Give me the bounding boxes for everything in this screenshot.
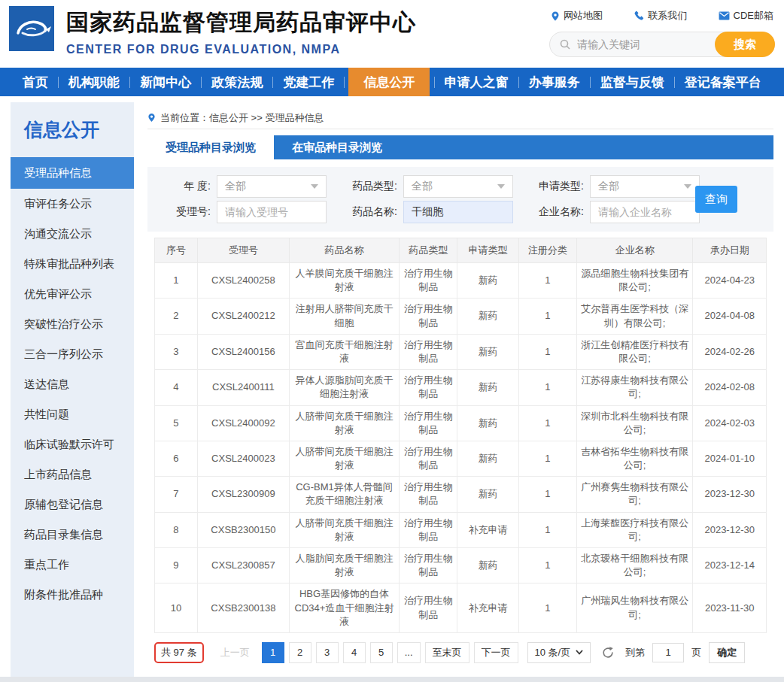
cell-date: 2024-02-08 [693, 370, 767, 405]
nav-item-supervision[interactable]: 监督与反馈 [594, 68, 670, 96]
sidebar-item-delivery-info[interactable]: 送达信息 [11, 369, 134, 399]
col-date: 承办日期 [693, 238, 767, 263]
table-row: 4 CXSL2400111 异体人源脂肪间充质干细胞注射液 治疗用生物制品 新药… [155, 370, 767, 405]
sidebar-item-priority-review[interactable]: 优先审评公示 [11, 279, 134, 309]
cell-company: 深圳市北科生物科技有限公司; [576, 405, 692, 441]
goto-page-input[interactable] [652, 643, 684, 662]
page-button-5[interactable]: 5 [370, 642, 393, 663]
top-links: 网站地图 联系我们 CDE邮箱 [549, 9, 775, 23]
cell-apply-type: 新药 [457, 263, 518, 299]
footer-strip [0, 677, 784, 682]
last-page-button[interactable]: 至末页 [425, 642, 469, 663]
cell-drug-name: 人羊膜间充质干细胞注射液 [289, 263, 399, 299]
confirm-button[interactable]: 确定 [709, 642, 745, 663]
page-button-1[interactable]: 1 [262, 642, 284, 663]
nav-separator [58, 77, 59, 88]
sidebar-title: 信息公开 [11, 102, 134, 148]
cell-reg-class: 1 [518, 583, 576, 633]
nav-separator [201, 77, 202, 88]
page: 国家药品监督管理局药品审评中心 CENTER FOR DRUG EVALUATI… [0, 0, 784, 682]
sidebar-item-breakthrough-therapy[interactable]: 突破性治疗公示 [11, 309, 134, 339]
nav-item-functions[interactable]: 机构职能 [62, 68, 126, 96]
nav-item-news[interactable]: 新闻中心 [134, 68, 197, 96]
table-row: 3 CXSL2400156 宫血间充质干细胞注射液 治疗用生物制品 新药 1 浙… [155, 334, 767, 369]
refresh-icon[interactable] [601, 646, 615, 659]
cell-index: 7 [155, 477, 198, 512]
nav-item-home[interactable]: 首页 [17, 68, 54, 96]
total-count-badge: 共 97 条 [154, 642, 204, 663]
nav-item-applicant-window[interactable]: 申请人之窗 [439, 68, 515, 96]
page-button-2[interactable]: 2 [289, 642, 311, 663]
sidebar-item-accepted-varieties[interactable]: 受理品种信息 [11, 157, 134, 189]
sidebar-item-excipients-registration[interactable]: 原辅包登记信息 [11, 490, 134, 520]
cell-acceptance-no: CXSL2300909 [197, 477, 289, 512]
search-button[interactable]: 搜索 [715, 32, 775, 57]
company-name-input[interactable] [590, 201, 700, 223]
sidebar-item-clinical-trial-implied-license[interactable]: 临床试验默示许可 [11, 429, 134, 459]
page-button-4[interactable]: 4 [343, 642, 366, 663]
prev-page-button[interactable]: 上一页 [213, 646, 257, 659]
drug-type-select[interactable]: 全部 [403, 175, 513, 198]
cde-logo-icon[interactable] [9, 6, 54, 51]
search-input[interactable] [571, 38, 715, 50]
page-size-select[interactable]: 10 条/页 [527, 642, 591, 663]
page-button-3[interactable]: 3 [316, 642, 339, 663]
cell-drug-name: CG-BM1异体人骨髓间充质干细胞注射液 [289, 477, 399, 512]
apply-type-select[interactable]: 全部 [590, 175, 700, 198]
tab-under-review-catalog[interactable]: 在审品种目录浏览 [274, 135, 400, 159]
next-page-button[interactable]: 下一页 [474, 642, 518, 663]
cell-apply-type: 新药 [457, 441, 518, 476]
apply-type-label: 申请类型: [528, 180, 584, 193]
mail-icon [719, 11, 730, 20]
nav-item-policies[interactable]: 政策法规 [205, 68, 269, 96]
cell-date: 2024-02-26 [693, 334, 767, 369]
nav-item-services[interactable]: 办事服务 [523, 68, 586, 96]
cell-company: 艾尔普再生医学科技（深圳）有限公司; [576, 299, 692, 334]
cell-acceptance-no: CXSL2400258 [197, 263, 289, 299]
cell-company: 广州赛隽生物科技有限公司; [576, 477, 692, 512]
cell-acceptance-no: CXSL2400092 [197, 405, 289, 441]
filter-row-1: 年 度: 全部 药品类型: 全部 申请类型: 全部 [155, 174, 773, 199]
location-pin-icon [551, 11, 560, 22]
table-row: 7 CXSL2300909 CG-BM1异体人骨髓间充质干细胞注射液 治疗用生物… [155, 477, 767, 512]
cell-reg-class: 1 [518, 548, 576, 583]
cell-drug-name: 人脐带间充质干细胞注射液 [289, 405, 399, 441]
cell-acceptance-no: CXSB2300150 [197, 512, 289, 547]
page-size-value: 10 条/页 [535, 646, 571, 659]
page-ellipsis: ... [397, 642, 421, 663]
tab-accepted-catalog[interactable]: 受理品种目录浏览 [147, 135, 274, 159]
sidebar-item-conditional-approval[interactable]: 附条件批准品种 [11, 580, 134, 610]
cell-reg-class: 1 [518, 477, 576, 512]
nav-separator [272, 77, 273, 88]
caret-down-icon [497, 184, 505, 189]
year-select[interactable]: 全部 [217, 175, 327, 198]
sidebar-item-common-issues[interactable]: 共性问题 [11, 399, 134, 429]
acceptance-no-input[interactable] [217, 201, 327, 223]
cell-company: 广州瑞风生物科技有限公司; [576, 583, 692, 633]
search-icon [559, 38, 571, 50]
drug-name-input[interactable] [403, 201, 513, 223]
contact-link[interactable]: 联系我们 [634, 9, 687, 23]
filter-row-2: 受理号: 药品名称: 企业名称: [155, 200, 773, 224]
cell-date: 2024-04-23 [693, 263, 767, 299]
nav-item-info-disclosure[interactable]: 信息公开 [348, 68, 430, 96]
sidebar-item-three-in-one[interactable]: 三合一序列公示 [11, 339, 134, 369]
sidebar-item-communication[interactable]: 沟通交流公示 [11, 219, 134, 249]
sidebar-item-key-work[interactable]: 重点工作 [11, 550, 134, 580]
sidebar-item-drug-catalog[interactable]: 药品目录集信息 [11, 520, 134, 550]
nav-item-registration-platform[interactable]: 登记备案平台 [679, 68, 767, 96]
query-button[interactable]: 查询 [695, 186, 737, 213]
caret-down-icon [311, 184, 318, 189]
sidebar-item-marketed-drugs[interactable]: 上市药品信息 [11, 459, 134, 490]
sitemap-link[interactable]: 网站地图 [551, 9, 603, 23]
company-name-label: 企业名称: [528, 205, 584, 219]
sidebar-item-special-approval[interactable]: 特殊审批品种列表 [11, 249, 134, 279]
cell-date: 2024-04-08 [693, 299, 767, 334]
cell-company: 上海莱馥医疗科技有限公司; [576, 512, 692, 547]
mail-link[interactable]: CDE邮箱 [719, 9, 773, 23]
cell-date: 2023-12-30 [693, 477, 767, 512]
cell-apply-type: 补充申请 [457, 583, 518, 633]
caret-down-icon [684, 184, 691, 189]
sidebar-item-review-tasks[interactable]: 审评任务公示 [11, 189, 134, 219]
nav-item-party[interactable]: 党建工作 [277, 68, 340, 96]
